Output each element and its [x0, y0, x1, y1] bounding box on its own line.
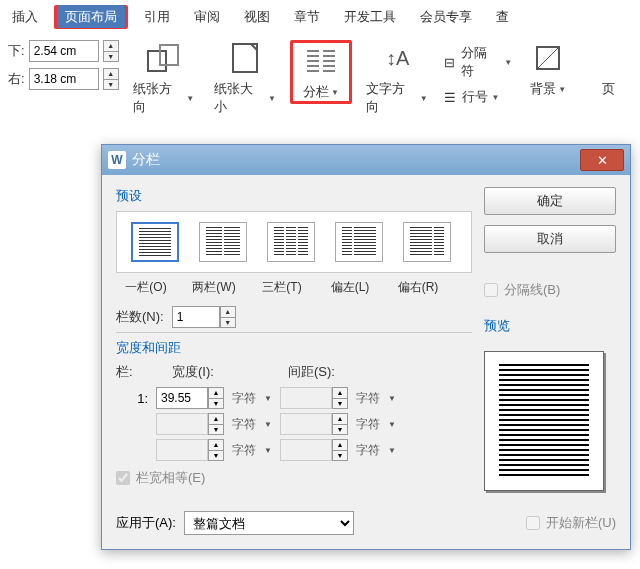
papersize-button[interactable]: 纸张大小▼	[208, 40, 282, 116]
colcount-input[interactable]	[172, 306, 220, 328]
chevron-down-icon: ▼	[331, 88, 339, 97]
columns-label: 分栏	[303, 83, 329, 101]
margin-right-spinner[interactable]: ▲▼	[103, 68, 119, 90]
spinner-disabled: ▲▼	[208, 413, 224, 435]
tab-review[interactable]: 审阅	[186, 4, 228, 30]
preset-left-label: 偏左(L)	[320, 279, 380, 296]
row1-width-input[interactable]	[156, 387, 208, 409]
preset-label: 预设	[116, 187, 472, 205]
ok-button[interactable]: 确定	[484, 187, 616, 215]
preview-box	[484, 351, 604, 491]
ribbon-body: 下: ▲▼ 右: ▲▼ 纸张方向▼ 纸张大小▼	[0, 36, 640, 126]
highlight-columns: 分栏▼	[290, 40, 352, 104]
tab-reference[interactable]: 引用	[136, 4, 178, 30]
preset-left[interactable]	[329, 222, 389, 262]
close-button[interactable]: ✕	[580, 149, 624, 171]
colcount-label: 栏数(N):	[116, 308, 164, 326]
tab-view[interactable]: 视图	[236, 4, 278, 30]
tab-page-layout[interactable]: 页面布局	[57, 5, 125, 28]
margins-group: 下: ▲▼ 右: ▲▼	[8, 40, 119, 90]
chevron-down-icon: ▼	[186, 94, 194, 103]
linenum-button[interactable]: ☰ 行号 ▼	[442, 88, 513, 106]
tab-insert[interactable]: 插入	[4, 4, 46, 30]
apply-label: 应用于(A):	[116, 514, 176, 532]
dialog-title: 分栏	[132, 151, 160, 169]
svg-rect-1	[160, 45, 178, 65]
textdirection-button[interactable]: ↕A 文字方向▼	[360, 40, 434, 116]
preset-two[interactable]	[193, 222, 253, 262]
spacing-hdr: 间距(S):	[288, 363, 388, 381]
unit-label: 字符	[232, 390, 256, 407]
margin-bottom-label: 下:	[8, 42, 25, 60]
row3-spacing-input	[280, 439, 332, 461]
tab-vip[interactable]: 会员专享	[412, 4, 480, 30]
columns-button[interactable]: 分栏▼	[293, 43, 349, 101]
colcount-spinner[interactable]: ▲▼	[220, 306, 236, 328]
background-button[interactable]: 背景▼	[520, 40, 576, 98]
row1-idx: 1:	[116, 391, 148, 406]
svg-rect-2	[233, 44, 257, 72]
chevron-down-icon: ▼	[264, 446, 272, 455]
preset-one[interactable]	[125, 222, 185, 262]
linenum-label: 行号	[462, 88, 488, 106]
background-icon	[530, 40, 566, 76]
pageedge-button[interactable]: 页	[584, 40, 632, 98]
margin-bottom-spinner[interactable]: ▲▼	[103, 40, 119, 62]
orientation-button[interactable]: 纸张方向▼	[127, 40, 201, 116]
margin-bottom-input[interactable]	[29, 40, 99, 62]
preset-one-label: 一栏(O)	[116, 279, 176, 296]
unit-label: 字符	[232, 442, 256, 459]
preset-three-label: 三栏(T)	[252, 279, 312, 296]
widthdist-label: 宽度和间距	[116, 339, 472, 357]
textdirection-label: 文字方向	[366, 80, 418, 116]
breaks-button[interactable]: ⊟ 分隔符 ▼	[442, 44, 513, 80]
papersize-icon	[227, 40, 263, 76]
margin-right-input[interactable]	[29, 68, 99, 90]
spinner-disabled: ▲▼	[332, 413, 348, 435]
pageedge-label: 页	[602, 80, 615, 98]
spinner-disabled: ▲▼	[332, 439, 348, 461]
tab-chapter[interactable]: 章节	[286, 4, 328, 30]
col-hdr: 栏:	[116, 363, 156, 381]
chevron-down-icon: ▼	[388, 420, 396, 429]
breaks-label: 分隔符	[461, 44, 500, 80]
tab-devtools[interactable]: 开发工具	[336, 4, 404, 30]
preset-right[interactable]	[397, 222, 457, 262]
linenum-icon: ☰	[442, 89, 458, 105]
ribbon-tabs: 插入 页面布局 引用 审阅 视图 章节 开发工具 会员专享 查	[0, 0, 640, 36]
chevron-down-icon: ▼	[388, 394, 396, 403]
apply-select[interactable]: 整篇文档	[184, 511, 354, 535]
chevron-down-icon: ▼	[264, 420, 272, 429]
unit-label: 字符	[356, 416, 380, 433]
papersize-label: 纸张大小	[214, 80, 266, 116]
newcol-checkbox	[526, 516, 540, 530]
unit-label: 字符	[356, 442, 380, 459]
margin-right-label: 右:	[8, 70, 25, 88]
row3-width-input	[156, 439, 208, 461]
close-icon: ✕	[597, 153, 608, 168]
row1-spacing-input	[280, 387, 332, 409]
chevron-down-icon: ▼	[558, 85, 566, 94]
row2-spacing-input	[280, 413, 332, 435]
columns-dialog: W 分栏 ✕ 预设 一栏(O) 两栏(W) 三栏(T) 偏左(L) 偏右(R)	[101, 144, 631, 550]
spinner-disabled: ▲▼	[208, 439, 224, 461]
cancel-button[interactable]: 取消	[484, 225, 616, 253]
svg-line-15	[537, 47, 559, 69]
dialog-titlebar[interactable]: W 分栏 ✕	[102, 145, 630, 175]
preview-label: 预览	[484, 317, 616, 335]
svg-rect-0	[148, 51, 166, 71]
equalwidth-checkbox	[116, 471, 130, 485]
preset-right-label: 偏右(R)	[388, 279, 448, 296]
row1-width-spinner[interactable]: ▲▼	[208, 387, 224, 409]
chevron-down-icon: ▼	[504, 58, 512, 67]
svg-text:↕A: ↕A	[386, 47, 410, 69]
chevron-down-icon: ▼	[388, 446, 396, 455]
preset-three[interactable]	[261, 222, 321, 262]
preview-content	[499, 364, 589, 478]
chevron-down-icon[interactable]: ▼	[264, 394, 272, 403]
chevron-down-icon: ▼	[420, 94, 428, 103]
chevron-down-icon: ▼	[268, 94, 276, 103]
breaks-linenum-group: ⊟ 分隔符 ▼ ☰ 行号 ▼	[442, 40, 513, 106]
tab-find[interactable]: 查	[488, 4, 517, 30]
width-hdr: 宽度(I):	[172, 363, 272, 381]
